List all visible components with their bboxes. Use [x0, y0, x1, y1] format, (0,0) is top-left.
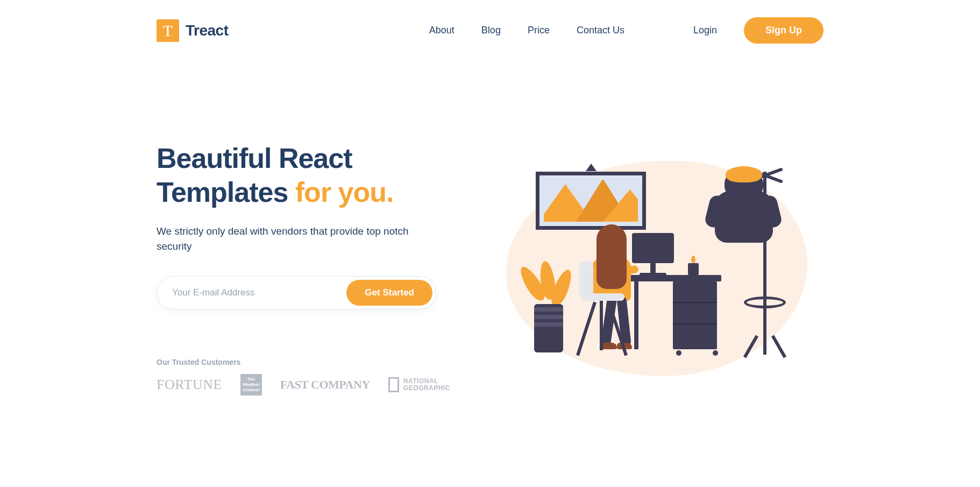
illustration: [506, 156, 807, 382]
get-started-button[interactable]: Get Started: [346, 280, 432, 306]
logo-icon: T: [157, 19, 179, 42]
hero-illustration: [490, 150, 823, 387]
hero-subtitle: We strictly only deal with vendors that …: [157, 224, 436, 255]
brand-name: Treact: [186, 22, 229, 39]
nav-blog[interactable]: Blog: [481, 25, 501, 36]
monitor-icon: [632, 233, 674, 263]
hero-content: Beautiful React Templates for you. We st…: [157, 142, 458, 396]
desk-icon: [630, 275, 721, 281]
logo-weather-channel: The Weather Channel: [240, 374, 262, 396]
coat-icon: [715, 191, 773, 243]
signup-button[interactable]: Sign Up: [744, 17, 823, 44]
hero-title-line2a: Templates: [157, 177, 295, 208]
nav-contact[interactable]: Contact Us: [577, 25, 624, 36]
trusted-customers: Our Trusted Customers FORTUNE The Weathe…: [157, 358, 458, 396]
nav-price[interactable]: Price: [528, 25, 550, 36]
header: T Treact About Blog Price Contact Us Log…: [157, 0, 823, 61]
nav-login[interactable]: Login: [693, 25, 717, 36]
logo-national-geographic: NATIONAL GEOGRAPHIC: [388, 377, 450, 392]
trusted-label: Our Trusted Customers: [157, 358, 458, 366]
brand[interactable]: T Treact: [157, 19, 229, 42]
main-nav: About Blog Price Contact Us Login Sign U…: [429, 17, 823, 44]
drawers-icon: [673, 281, 717, 349]
hero-title: Beautiful React Templates for you.: [157, 142, 458, 210]
hero-section: Beautiful React Templates for you. We st…: [157, 61, 823, 396]
nav-about[interactable]: About: [429, 25, 455, 36]
email-form: Get Started: [157, 276, 436, 309]
hero-title-accent: for you.: [295, 177, 394, 208]
logo-fast-company: FAST COMPANY: [280, 378, 370, 392]
trusted-logos: FORTUNE The Weather Channel FAST COMPANY…: [157, 374, 458, 396]
logo-fortune: FORTUNE: [157, 377, 222, 393]
wall-picture-icon: [536, 172, 646, 230]
candle-icon: [688, 263, 699, 275]
natgeo-frame-icon: [388, 377, 399, 392]
plant-pot-icon: [534, 304, 563, 352]
hero-title-line1: Beautiful React: [157, 143, 352, 174]
email-input[interactable]: [170, 281, 346, 305]
